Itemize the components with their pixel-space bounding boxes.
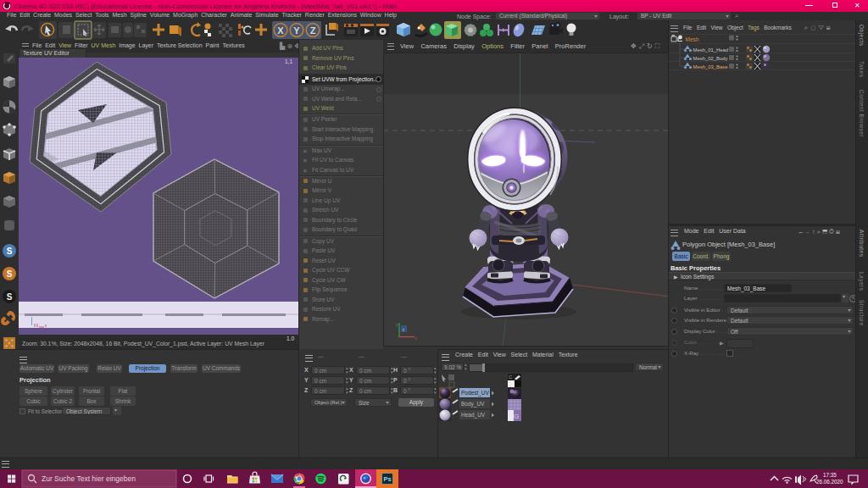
svg-text:26.06.2020: 26.06.2020 bbox=[816, 479, 843, 485]
svg-text:Z: Z bbox=[310, 25, 316, 36]
svg-text:S: S bbox=[7, 247, 13, 256]
svg-text:S: S bbox=[7, 269, 13, 279]
svg-text:Mesh: Mesh bbox=[686, 36, 699, 42]
svg-text:Y: Y bbox=[293, 25, 300, 36]
svg-text:17:35: 17:35 bbox=[823, 472, 837, 478]
svg-text:z: z bbox=[403, 327, 405, 332]
svg-text:x: x bbox=[415, 336, 417, 341]
svg-text:Ps: Ps bbox=[384, 475, 392, 483]
svg-text:Mesh_01_Head: Mesh_01_Head bbox=[693, 47, 729, 53]
svg-text:G: G bbox=[514, 413, 519, 420]
svg-text:Mesh_02_Body: Mesh_02_Body bbox=[693, 56, 728, 61]
svg-text:C: C bbox=[509, 374, 513, 380]
svg-text:S: S bbox=[7, 292, 13, 302]
svg-text:Mesh_03_Base: Mesh_03_Base bbox=[693, 64, 729, 69]
svg-text:y: y bbox=[396, 322, 398, 327]
svg-text:X: X bbox=[277, 25, 284, 36]
svg-text:Zur Suche Text hier eingeben: Zur Suche Text hier eingeben bbox=[42, 474, 136, 483]
